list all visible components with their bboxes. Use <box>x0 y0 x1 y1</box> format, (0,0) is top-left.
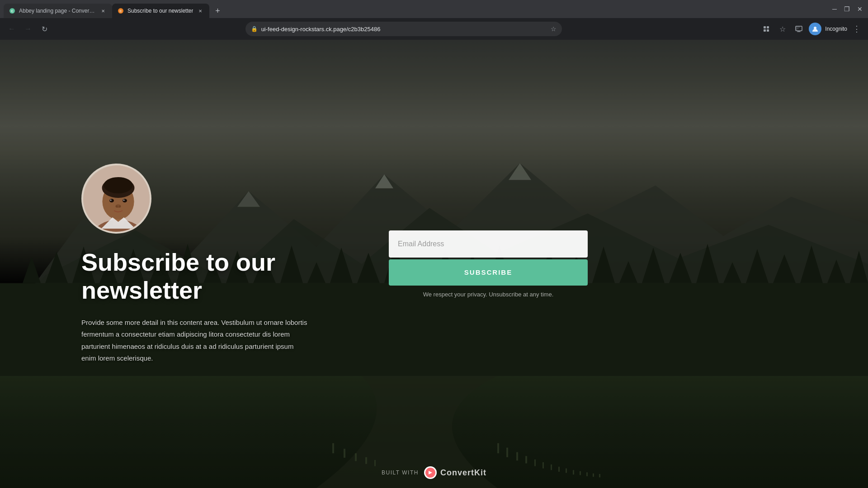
convertkit-brand-name: ConvertKit <box>440 468 486 478</box>
tab-abbey[interactable]: C Abbey landing page - ConvertKit ✕ <box>4 4 112 18</box>
right-column: SUBSCRIBE We respect your privacy. Unsub… <box>389 230 588 298</box>
description-text: Provide some more detail in this content… <box>81 317 307 364</box>
subscribe-button[interactable]: SUBSCRIBE <box>389 259 588 286</box>
two-column-layout: Subscribe to our newsletter Provide some… <box>81 164 787 364</box>
svg-point-80 <box>116 205 118 207</box>
bookmark-star-icon[interactable]: ☆ <box>776 23 789 35</box>
browser-frame: C Abbey landing page - ConvertKit ✕ C Su… <box>0 0 868 488</box>
svg-point-77 <box>110 199 112 201</box>
tab-favicon-abbey: C <box>9 8 15 14</box>
privacy-note: We respect your privacy. Unsubscribe at … <box>389 291 588 298</box>
address-bar-row: ← → ↻ 🔒 ui-feed-design-rockstars.ck.page… <box>0 18 868 40</box>
tab-title-subscribe: Subscribe to our newsletter <box>127 8 193 14</box>
svg-point-75 <box>109 199 114 202</box>
tab-title-abbey: Abbey landing page - ConvertKit <box>19 8 96 14</box>
svg-point-76 <box>123 199 127 202</box>
new-tab-button[interactable]: + <box>211 5 224 17</box>
refresh-button[interactable]: ↻ <box>38 23 51 35</box>
maximize-button[interactable]: ❐ <box>844 5 850 13</box>
tab-subscribe[interactable]: C Subscribe to our newsletter ✕ <box>112 4 209 18</box>
svg-point-78 <box>123 199 125 201</box>
content-inner: Subscribe to our newsletter Provide some… <box>0 40 868 488</box>
address-text: ui-feed-design-rockstars.ck.page/c2b3b25… <box>261 26 547 33</box>
page-content: Subscribe to our newsletter Provide some… <box>0 40 868 488</box>
address-bar[interactable]: 🔒 ui-feed-design-rockstars.ck.page/c2b3b… <box>245 22 562 36</box>
page-footer: BUILT WITH ConvertKit <box>0 466 868 479</box>
svg-rect-4 <box>764 26 766 28</box>
window-controls: ─ ❐ ✕ <box>827 0 868 18</box>
close-button[interactable]: ✕ <box>857 5 863 13</box>
svg-text:C: C <box>11 9 13 13</box>
svg-text:C: C <box>119 9 122 13</box>
tab-close-subscribe[interactable]: ✕ <box>197 7 204 14</box>
tab-close-abbey[interactable]: ✕ <box>99 7 107 14</box>
main-heading: Subscribe to our newsletter <box>81 248 307 304</box>
toolbar-icons: ☆ Incognito ⋮ <box>760 23 863 35</box>
svg-rect-5 <box>767 26 769 28</box>
forward-button[interactable]: → <box>22 23 34 35</box>
extensions-icon[interactable] <box>760 23 773 35</box>
browser-menu-button[interactable]: ⋮ <box>851 24 863 34</box>
bookmark-icon[interactable]: ☆ <box>551 25 557 33</box>
back-button[interactable]: ← <box>5 23 18 35</box>
svg-rect-6 <box>764 29 766 32</box>
profile-avatar[interactable] <box>809 23 821 35</box>
tab-favicon-subscribe: C <box>118 8 124 14</box>
convertkit-logo-icon <box>424 466 437 479</box>
svg-point-74 <box>104 177 133 193</box>
incognito-label: Incognito <box>825 26 847 32</box>
email-input[interactable] <box>389 230 588 258</box>
author-avatar <box>81 164 151 234</box>
lock-icon: 🔒 <box>251 26 258 32</box>
minimize-button[interactable]: ─ <box>832 5 837 13</box>
built-with-label: BUILT WITH <box>382 469 419 476</box>
svg-rect-7 <box>767 29 769 32</box>
svg-point-81 <box>119 205 121 207</box>
left-column: Subscribe to our newsletter Provide some… <box>81 164 307 364</box>
convertkit-logo[interactable]: ConvertKit <box>424 466 486 479</box>
screen-cast-icon[interactable] <box>793 23 805 35</box>
